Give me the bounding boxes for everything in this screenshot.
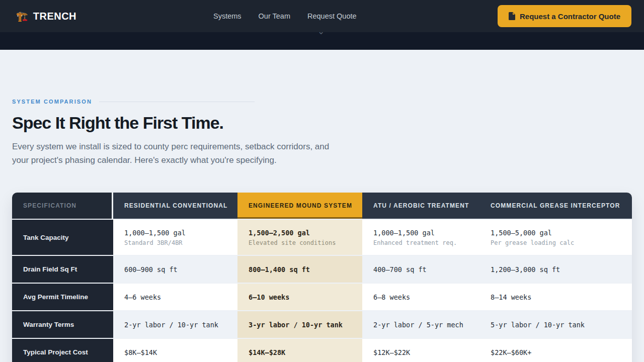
cell-subtext: Per grease loading calc <box>491 239 625 246</box>
row-label: Typical Project Cost <box>12 339 113 362</box>
table-cell: 400–700 sq ft <box>362 256 479 283</box>
table-row: Avg Permit Timeline 4–6 weeks 6–10 weeks… <box>12 283 632 310</box>
cell-value: 600–900 sq ft <box>124 265 230 274</box>
eyebrow-divider-line <box>99 102 255 102</box>
row-label: Avg Permit Timeline <box>12 284 113 310</box>
eyebrow-row: SYSTEM COMPARISON <box>12 99 255 105</box>
column-header-residential-conventional: RESIDENTIAL CONVENTIONAL <box>113 193 237 219</box>
cell-value: 1,000–1,500 gal <box>124 229 230 237</box>
table-row: Tank Capacity 1,000–1,500 gal Standard 3… <box>12 219 632 255</box>
table-cell: $22K–$60K+ <box>479 339 632 362</box>
nav-link-our-team[interactable]: Our Team <box>259 12 290 20</box>
cta-label: Request a Contractor Quote <box>520 12 620 21</box>
cell-value: 3-yr labor / 10-yr tank <box>249 321 355 329</box>
page-title: Spec It Right the First Time. <box>12 113 632 133</box>
table-row: Drain Field Sq Ft 600–900 sq ft 800–1,40… <box>12 255 632 283</box>
table-cell: 4–6 weeks <box>113 284 237 310</box>
column-header-commercial-grease-interceptor: COMMERCIAL GREASE INTERCEPTOR <box>479 193 632 219</box>
cell-value: 1,500–5,000 gal <box>491 229 625 237</box>
cell-value: $14K–$28K <box>249 348 355 356</box>
system-comparison-section: SYSTEM COMPARISON Spec It Right the Firs… <box>0 99 644 362</box>
cell-value: 4–6 weeks <box>124 293 230 301</box>
table-cell: 1,000–1,500 gal Standard 3BR/4BR <box>113 220 237 255</box>
section-description: Every system we install is sized to coun… <box>12 140 342 167</box>
cell-value: $22K–$60K+ <box>491 348 625 356</box>
cell-value: 400–700 sq ft <box>373 265 472 274</box>
column-header-atu-aerobic-treatment: ATU / AEROBIC TREATMENT <box>362 193 479 219</box>
cell-value: $12K–$22K <box>373 348 472 356</box>
cell-value: 8–14 weeks <box>491 293 625 301</box>
table-cell: 1,200–3,000 sq ft <box>479 256 632 283</box>
nav-link-request-quote[interactable]: Request Quote <box>307 12 357 20</box>
cell-value: 6–10 weeks <box>249 293 355 301</box>
table-cell: 1,500–5,000 gal Per grease loading calc <box>479 220 632 255</box>
cell-value: 1,500–2,500 gal <box>249 229 355 237</box>
cell-subtext: Elevated site conditions <box>249 239 355 246</box>
brand-name: TRENCH <box>33 11 76 22</box>
document-icon <box>509 12 515 20</box>
nav-link-systems[interactable]: Systems <box>213 12 242 20</box>
cell-value: 800–1,400 sq ft <box>249 265 355 274</box>
cell-value: 2-yr labor / 5-yr mech <box>373 321 472 329</box>
table-cell: 1,000–1,500 gal Enhanced treatment req. <box>362 220 479 255</box>
table-cell: $8K–$14K <box>113 339 237 362</box>
section-eyebrow: SYSTEM COMPARISON <box>12 99 92 105</box>
system-comparison-table: SPECIFICATION RESIDENTIAL CONVENTIONAL E… <box>12 193 632 362</box>
column-header-engineered-mound-system: ENGINEERED MOUND SYSTEM <box>237 193 362 219</box>
table-cell: 5-yr labor / 10-yr tank <box>479 311 632 338</box>
cell-value: 1,200–3,000 sq ft <box>491 265 625 274</box>
table-cell: 6–10 weeks <box>237 284 362 310</box>
construction-crane-icon: 🏗️ <box>16 12 28 21</box>
table-cell: $14K–$28K <box>237 339 362 362</box>
cell-value: 5-yr labor / 10-yr tank <box>491 321 625 329</box>
brand-logo[interactable]: 🏗️ TRENCH <box>16 11 76 22</box>
table-cell: 8–14 weeks <box>479 284 632 310</box>
cell-value: $8K–$14K <box>124 348 230 356</box>
table-cell: $12K–$22K <box>362 339 479 362</box>
main-nav: Systems Our Team Request Quote <box>213 0 357 32</box>
column-header-specification: SPECIFICATION <box>12 193 113 219</box>
cell-value: 6–8 weeks <box>373 293 472 301</box>
table-cell: 6–8 weeks <box>362 284 479 310</box>
table-row: Typical Project Cost $8K–$14K $14K–$28K … <box>12 338 632 362</box>
request-contractor-quote-button[interactable]: Request a Contractor Quote <box>498 5 631 27</box>
row-label: Warranty Terms <box>12 311 113 338</box>
table-cell: 1,500–2,500 gal Elevated site conditions <box>237 220 362 255</box>
table-cell: 800–1,400 sq ft <box>237 256 362 283</box>
table-cell: 3-yr labor / 10-yr tank <box>237 311 362 338</box>
chevron-down-icon: ⌄ <box>317 26 325 37</box>
row-label: Drain Field Sq Ft <box>12 256 113 283</box>
table-cell: 2-yr labor / 10-yr tank <box>113 311 237 338</box>
row-label: Tank Capacity <box>12 220 113 255</box>
hero-band: ⌄ <box>0 32 644 50</box>
cell-value: 1,000–1,500 gal <box>373 229 472 237</box>
cell-subtext: Enhanced treatment req. <box>373 239 472 246</box>
table-cell: 2-yr labor / 5-yr mech <box>362 311 479 338</box>
table-row: Warranty Terms 2-yr labor / 10-yr tank 3… <box>12 310 632 338</box>
table-header-row: SPECIFICATION RESIDENTIAL CONVENTIONAL E… <box>12 193 632 219</box>
cell-value: 2-yr labor / 10-yr tank <box>124 321 230 329</box>
table-cell: 600–900 sq ft <box>113 256 237 283</box>
cell-subtext: Standard 3BR/4BR <box>124 239 230 246</box>
